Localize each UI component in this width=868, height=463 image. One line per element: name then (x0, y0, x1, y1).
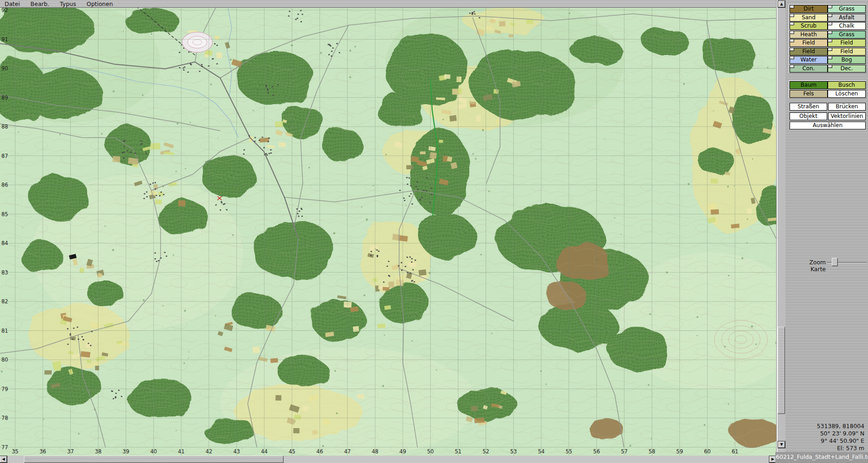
terrain-button-asfalt[interactable]: Asfalt (828, 14, 866, 22)
tool-group: StraßenBrückenObjektVektorlinienAuswähle… (789, 102, 867, 130)
status-elevation: El: 573 m (817, 445, 864, 452)
terrain-button-dec[interactable]: Dec. (828, 65, 866, 73)
arrow-down-icon: ▼ (780, 443, 783, 446)
horizontal-scrollbar[interactable]: ◀ ▶ (0, 456, 776, 463)
zoom-control: Zoom Karte (785, 257, 868, 268)
selection-notch (828, 22, 832, 25)
arrow-up-icon: ▲ (780, 2, 783, 6)
terrain-button-fels[interactable]: Fels (790, 90, 828, 98)
selection-notch (790, 56, 794, 59)
selection-notch (790, 5, 794, 8)
terrain-button-bog[interactable]: Bog (828, 56, 866, 64)
terrain-button-baum[interactable]: Baum (790, 81, 828, 89)
selection-notch (790, 65, 794, 68)
terrain-button-chalk[interactable]: Chalk (828, 22, 866, 30)
status-latitude: 50° 23' 9.09" N (817, 430, 864, 437)
selection-notch (828, 56, 832, 59)
feature-group: BaumBuschFelsLöschen (789, 80, 867, 99)
zoom-slider-thumb[interactable] (832, 258, 838, 266)
tool-panel: DirtGrassSandAsfaltScrubChalkHeathGrassF… (785, 0, 868, 463)
selection-notch (790, 39, 794, 42)
status-readout: 531389, 818004 50° 23' 9.09" N 9° 44' 50… (817, 423, 864, 452)
terrain-button-field[interactable]: Field (790, 39, 828, 47)
vertical-scrollbar[interactable]: ▲ ▼ (778, 0, 785, 456)
selection-notch (828, 48, 832, 51)
terrain-button-con[interactable]: Con. (790, 65, 828, 73)
horizontal-scrollbar-thumb[interactable] (24, 456, 284, 463)
menu-bar: DateiBearb.TypusOptionen (0, 0, 776, 8)
selection-notch (790, 31, 794, 34)
menu-item-datei[interactable]: Datei (5, 0, 20, 7)
map-editor-window: { "menu": { "items": ["Datei", "Bearb.",… (0, 0, 868, 463)
filename-bar: 60212_Fulda_Stadt+Land_Falli.ter* (775, 452, 868, 463)
terrain-button-heath[interactable]: Heath (790, 31, 828, 39)
status-grid-coordinates: 531389, 818004 (817, 423, 864, 430)
terrain-button-busch[interactable]: Busch (828, 81, 866, 89)
zoom-label: Zoom Karte (793, 259, 826, 273)
tool-button-vektorlinien[interactable]: Vektorlinien (828, 112, 866, 120)
arrow-right-icon: ▶ (771, 457, 774, 461)
vertical-scrollbar-thumb[interactable] (778, 327, 785, 414)
tool-button-straßen[interactable]: Straßen (790, 103, 827, 111)
selection-notch (790, 14, 794, 17)
terrain-button-grass[interactable]: Grass (828, 5, 866, 13)
terrain-button-grass[interactable]: Grass (828, 31, 866, 39)
terrain-button-field[interactable]: Field (828, 48, 866, 56)
menu-item-optionen[interactable]: Optionen (87, 0, 113, 7)
selection-notch (828, 5, 832, 8)
terrain-button-löschen[interactable]: Löschen (828, 90, 866, 98)
menu-item-typus[interactable]: Typus (60, 0, 76, 7)
terrain-button-dirt[interactable]: Dirt (790, 5, 828, 13)
terrain-map: 9291908988878685848382818079787735363738… (0, 8, 776, 456)
menu-item-bearb[interactable]: Bearb. (30, 0, 49, 7)
terrain-button-scrub[interactable]: Scrub (790, 22, 828, 30)
terrain-button-sand[interactable]: Sand (790, 14, 828, 22)
selection-notch (828, 14, 832, 17)
scroll-left-button[interactable]: ◀ (0, 456, 7, 463)
terrain-button-water[interactable]: Water (790, 56, 828, 64)
selection-notch (790, 48, 794, 51)
scroll-down-button[interactable]: ▼ (778, 441, 785, 448)
terrain-type-group: DirtGrassSandAsfaltScrubChalkHeathGrassF… (789, 4, 867, 73)
tool-button-brücken[interactable]: Brücken (828, 103, 866, 111)
terrain-button-field[interactable]: Field (828, 39, 866, 47)
selection-notch (828, 31, 832, 34)
selection-notch (828, 65, 832, 68)
tool-button-auswhlen[interactable]: Auswählen (790, 122, 866, 129)
selection-notch (790, 22, 794, 25)
status-longitude: 9° 44' 50.90" E (817, 437, 864, 445)
map-canvas[interactable]: 9291908988878685848382818079787735363738… (0, 8, 776, 456)
terrain-button-field[interactable]: Field (790, 48, 828, 56)
scroll-up-button[interactable]: ▲ (778, 1, 785, 7)
selection-notch (828, 39, 832, 42)
tool-button-objekt[interactable]: Objekt (790, 112, 827, 120)
arrow-left-icon: ◀ (2, 457, 5, 461)
